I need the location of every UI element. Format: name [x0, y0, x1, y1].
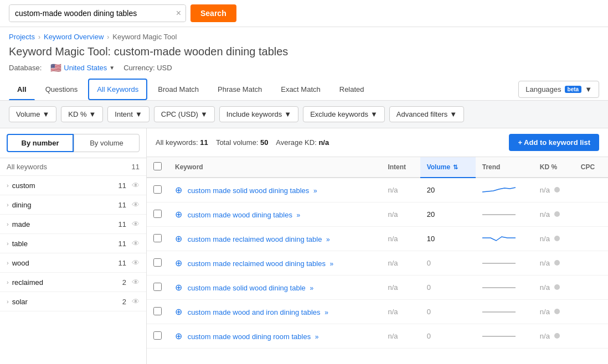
clear-button[interactable]: × — [176, 9, 181, 18]
sidebar-item-solar[interactable]: › solar 2 👁 — [0, 292, 146, 311]
volume-value: 0 — [427, 332, 431, 340]
keyword-cell: ⊕ custom made wood dining room tables » — [168, 324, 381, 349]
intent-value: n/a — [388, 332, 398, 340]
trend-cell — [476, 251, 533, 275]
eye-icon[interactable]: 👁 — [132, 220, 140, 228]
row-checkbox-5[interactable] — [153, 307, 162, 315]
intent-header[interactable]: Intent — [381, 157, 420, 178]
sidebar-item-dining[interactable]: › dining 11 👁 — [0, 195, 146, 215]
trend-cell — [476, 300, 533, 324]
kd-filter[interactable]: KD % ▼ — [61, 106, 103, 122]
eye-icon[interactable]: 👁 — [132, 200, 140, 209]
plus-icon[interactable]: ⊕ — [175, 331, 182, 341]
keyword-link[interactable]: custom made solid wood dining tables — [188, 186, 310, 195]
keyword-link[interactable]: custom made wood dining room tables — [188, 332, 311, 341]
volume-header[interactable]: Volume ⇅ — [420, 157, 476, 178]
stats-text: All keywords: 11 Total volume: 50 Averag… — [156, 138, 329, 147]
intent-value: n/a — [388, 283, 398, 292]
keyword-header[interactable]: Keyword — [168, 157, 381, 178]
breadcrumb-keyword-overview[interactable]: Keyword Overview — [44, 33, 104, 41]
expand-arrows-icon[interactable]: » — [310, 284, 313, 292]
eye-icon[interactable]: 👁 — [132, 258, 140, 267]
expand-arrows-icon[interactable]: » — [330, 260, 334, 268]
expand-arrows-icon[interactable]: » — [313, 187, 317, 195]
cpc-cell — [574, 178, 608, 202]
tab-phrase-match[interactable]: Phrase Match — [209, 79, 270, 100]
kd-dot-icon — [554, 284, 560, 290]
tab-broad-match[interactable]: Broad Match — [150, 79, 207, 100]
trend-sparkline — [482, 305, 516, 316]
kd-value: n/a — [540, 186, 550, 194]
sidebar-keyword-label: solar — [12, 298, 119, 306]
expand-arrows-icon[interactable]: » — [315, 333, 319, 341]
intent-value: n/a — [388, 308, 398, 316]
row-checkbox-3[interactable] — [153, 258, 162, 267]
cpc-cell — [574, 300, 608, 324]
chevron-right-icon: › — [7, 201, 9, 208]
tab-related[interactable]: Related — [331, 79, 373, 100]
volume-value: 20 — [427, 186, 435, 194]
advanced-filter[interactable]: Advanced filters ▼ — [389, 106, 464, 122]
eye-icon[interactable]: 👁 — [132, 239, 140, 248]
sort-icon: ⇅ — [453, 164, 458, 170]
row-checkbox-cell — [147, 251, 168, 275]
trend-sparkline — [482, 330, 516, 341]
search-input[interactable] — [9, 5, 186, 22]
keyword-link[interactable]: custom made wood and iron dining tables — [188, 308, 321, 316]
eye-icon[interactable]: 👁 — [132, 278, 140, 287]
select-all-checkbox[interactable] — [153, 162, 162, 170]
expand-arrows-icon[interactable]: » — [326, 236, 330, 243]
by-number-toggle[interactable]: By number — [7, 134, 74, 152]
plus-icon[interactable]: ⊕ — [175, 185, 182, 195]
tabs-row: All Questions All Keywords Broad Match P… — [0, 79, 608, 101]
plus-icon[interactable]: ⊕ — [175, 307, 182, 316]
cpc-filter-label: CPC (USD) — [161, 110, 198, 118]
sidebar-item-reclaimed[interactable]: › reclaimed 2 👁 — [0, 273, 146, 292]
plus-icon[interactable]: ⊕ — [175, 210, 182, 219]
cpc-header[interactable]: CPC — [574, 157, 608, 178]
include-filter-label: Include keywords — [226, 110, 282, 118]
row-checkbox-6[interactable] — [153, 331, 162, 340]
by-volume-toggle[interactable]: By volume — [74, 134, 140, 152]
expand-arrows-icon[interactable]: » — [324, 309, 328, 316]
tab-questions[interactable]: Questions — [37, 79, 86, 100]
eye-icon[interactable]: 👁 — [132, 297, 140, 306]
eye-icon[interactable]: 👁 — [132, 181, 140, 190]
breadcrumb-projects[interactable]: Projects — [9, 33, 35, 41]
keyword-link[interactable]: custom made reclaimed wood dining tables — [188, 259, 326, 268]
sidebar-item-made[interactable]: › made 11 👁 — [0, 215, 146, 234]
row-checkbox-0[interactable] — [153, 185, 162, 194]
country-selector[interactable]: 🇺🇸 United States ▼ — [50, 63, 115, 73]
add-to-keyword-list-button[interactable]: + Add to keyword list — [509, 134, 599, 151]
row-checkbox-cell — [147, 202, 168, 227]
search-button[interactable]: Search — [190, 4, 236, 22]
kd-header[interactable]: KD % — [533, 157, 574, 178]
sidebar-item-wood[interactable]: › wood 11 👁 — [0, 253, 146, 273]
trend-sparkline — [482, 281, 516, 292]
intent-filter[interactable]: Intent ▼ — [107, 106, 149, 122]
row-checkbox-4[interactable] — [153, 283, 162, 291]
languages-button[interactable]: Languages beta ▼ — [518, 81, 599, 98]
volume-filter[interactable]: Volume ▼ — [9, 106, 56, 122]
keyword-link[interactable]: custom made solid wood dining table — [188, 284, 306, 292]
plus-icon[interactable]: ⊕ — [175, 258, 182, 268]
tab-exact-match[interactable]: Exact Match — [272, 79, 329, 100]
cpc-filter[interactable]: CPC (USD) ▼ — [154, 106, 215, 122]
plus-icon[interactable]: ⊕ — [175, 283, 182, 292]
row-checkbox-2[interactable] — [153, 234, 162, 242]
kd-cell: n/a — [533, 300, 574, 324]
plus-icon[interactable]: ⊕ — [175, 234, 182, 243]
keyword-link[interactable]: custom made reclaimed wood dining table — [188, 235, 322, 243]
trend-cell — [476, 202, 533, 227]
include-filter[interactable]: Include keywords ▼ — [219, 106, 298, 122]
sidebar-item-custom[interactable]: › custom 11 👁 — [0, 176, 146, 195]
row-checkbox-1[interactable] — [153, 210, 162, 218]
trend-header[interactable]: Trend — [476, 157, 533, 178]
intent-value: n/a — [388, 235, 398, 243]
expand-arrows-icon[interactable]: » — [297, 211, 301, 219]
exclude-filter[interactable]: Exclude keywords ▼ — [303, 106, 385, 122]
tab-all[interactable]: All — [9, 79, 35, 100]
keyword-link[interactable]: custom made wood dining tables — [188, 211, 292, 219]
tab-all-keywords[interactable]: All Keywords — [88, 79, 147, 100]
sidebar-item-table[interactable]: › table 11 👁 — [0, 234, 146, 253]
